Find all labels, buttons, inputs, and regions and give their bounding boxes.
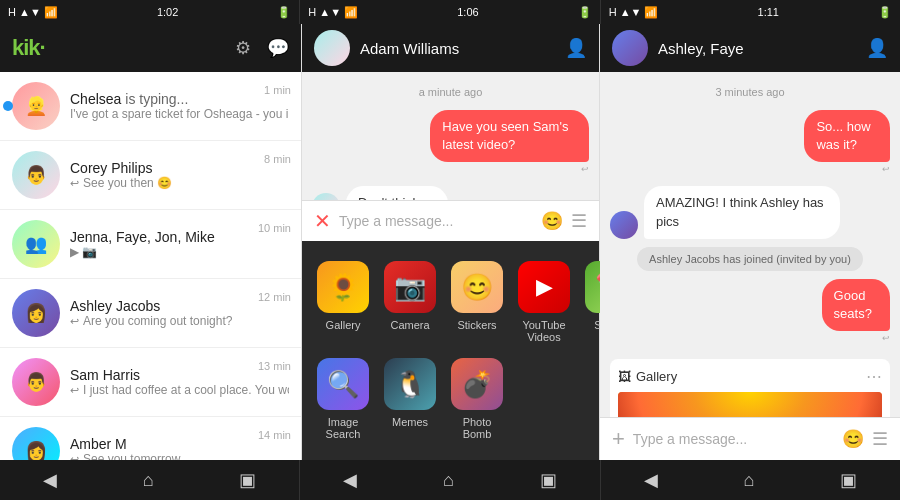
contact-name-chelsea: Chelsea is typing... (70, 91, 289, 107)
chat-avatar-adam (314, 30, 350, 66)
app-grid: 🌻 Gallery 📷 Camera 😊 Stickers ▶ YouTube … (317, 261, 584, 440)
chat-header-ashley: Ashley, Faye 👤 (600, 24, 900, 72)
camera-icon: 📷 (384, 261, 436, 313)
chat-people-icon-ashley[interactable]: 👤 (866, 37, 888, 59)
contact-item-amber[interactable]: 👩 Amber M ↩ See you tomorrow 14 min (0, 417, 301, 460)
status-bars: H ▲▼ 📶 1:02 🔋 H ▲▼ 📶 1:06 🔋 H ▲▼ 📶 1:11 … (0, 0, 900, 24)
avatar-sam: 👨 (12, 358, 60, 406)
msg-status-a1: ↩ (882, 164, 890, 174)
panel3-input-area: + 😊 ☰ (600, 417, 900, 460)
contact-name-corey: Corey Philips (70, 160, 289, 176)
back-button-3[interactable]: ◀ (632, 465, 670, 495)
recent-button-2[interactable]: ▣ (528, 465, 569, 495)
contact-info-corey: Corey Philips ↩ See you then 😊 (70, 160, 289, 190)
contact-preview-jenna-group: ▶ 📷 (70, 245, 289, 259)
contact-time-amber: 14 min (258, 429, 291, 441)
signal-2: H ▲▼ 📶 (308, 6, 358, 19)
contact-preview-chelsea: I've got a spare ticket for Osheaga - yo… (70, 107, 289, 121)
contact-item-corey[interactable]: 👨 Corey Philips ↩ See you then 😊 8 min (0, 141, 301, 210)
emoji-icon[interactable]: 😊 (541, 210, 563, 232)
home-button-3[interactable]: ⌂ (731, 466, 766, 495)
unread-dot (3, 101, 13, 111)
time-1: 1:02 (157, 6, 178, 18)
contact-preview-amber: ↩ See you tomorrow (70, 452, 289, 460)
recent-button-1[interactable]: ▣ (227, 465, 268, 495)
home-button-1[interactable]: ⌂ (131, 466, 166, 495)
contact-preview-corey: ↩ See you then 😊 (70, 176, 289, 190)
gallery-card: 🖼 Gallery ⋯ (610, 359, 890, 417)
app-camera[interactable]: 📷 Camera (384, 261, 436, 343)
chat-people-icon[interactable]: 👤 (565, 37, 587, 59)
chat-messages-adam: a minute ago Have you seen Sam's latest … (302, 72, 599, 200)
msg-bubble-2: Don't think so (346, 186, 448, 200)
gallery-card-header: 🖼 Gallery ⋯ (618, 367, 882, 386)
msg-row-1: Have you seen Sam's latest video? ↩ (312, 110, 589, 178)
share-icon[interactable]: ⋯ (866, 367, 882, 386)
attach-icon[interactable]: ☰ (571, 210, 587, 232)
contact-item-chelsea[interactable]: 👱 Chelsea is typing... I've got a spare … (0, 72, 301, 141)
contact-name-ashley: Ashley Jacobs (70, 298, 289, 314)
youtube-label: YouTube Videos (518, 319, 570, 343)
app-gallery[interactable]: 🌻 Gallery (317, 261, 369, 343)
contact-time-jenna-group: 10 min (258, 222, 291, 234)
settings-icon[interactable]: ⚙ (235, 37, 251, 59)
status-bar-2: H ▲▼ 📶 1:06 🔋 (300, 0, 600, 24)
avatar-jenna-group: 👥 (12, 220, 60, 268)
contact-name-sam: Sam Harris (70, 367, 289, 383)
main-content: kik· ⚙ 💬 👱 Chelsea is typing... I've got… (0, 24, 900, 460)
home-button-2[interactable]: ⌂ (431, 466, 466, 495)
image-search-label: Image Search (317, 416, 369, 440)
msg-row-a2: AMAZING! I think Ashley has pics (610, 186, 890, 238)
contact-item-jenna-group[interactable]: 👥 Jenna, Faye, Jon, Mike ▶ 📷 10 min (0, 210, 301, 279)
chat-input-area: ✕ 😊 ☰ (302, 200, 599, 241)
msg-bubble-a1: So... how was it? (804, 110, 890, 162)
contact-list: 👱 Chelsea is typing... I've got a spare … (0, 72, 301, 460)
contact-info-ashley: Ashley Jacobs ↩ Are you coming out tonig… (70, 298, 289, 328)
msg-row-a3: Good seats? ↩ (610, 279, 890, 347)
contacts-panel: kik· ⚙ 💬 👱 Chelsea is typing... I've got… (0, 24, 302, 460)
app-image-search[interactable]: 🔍 Image Search (317, 358, 369, 440)
add-content-icon[interactable]: + (612, 426, 625, 452)
msg-avatar-adam (312, 193, 340, 200)
emoji-icon-ashley[interactable]: 😊 (842, 428, 864, 450)
msg-bubble-a3: Good seats? (822, 279, 890, 331)
msg-bubble-a2: AMAZING! I think Ashley has pics (644, 186, 840, 238)
image-search-icon: 🔍 (317, 358, 369, 410)
compose-icon[interactable]: 💬 (267, 37, 289, 59)
contact-item-ashley[interactable]: 👩 Ashley Jacobs ↩ Are you coming out ton… (0, 279, 301, 348)
app-picker: 🌻 Gallery 📷 Camera 😊 Stickers ▶ YouTube … (302, 241, 599, 460)
msg-row-2: Don't think so (312, 186, 589, 200)
back-button-1[interactable]: ◀ (31, 465, 69, 495)
attach-icon-ashley[interactable]: ☰ (872, 428, 888, 450)
contact-info-amber: Amber M ↩ See you tomorrow (70, 436, 289, 460)
contact-time-ashley: 12 min (258, 291, 291, 303)
gallery-label: Gallery (326, 319, 361, 331)
chat-panel-adam: Adam Williams 👤 a minute ago Have you se… (302, 24, 600, 460)
contact-time-sam: 13 min (258, 360, 291, 372)
app-memes[interactable]: 🐧 Memes (384, 358, 436, 440)
app-youtube[interactable]: ▶ YouTube Videos (518, 261, 570, 343)
contact-time-corey: 8 min (264, 153, 291, 165)
msg-bubble-1: Have you seen Sam's latest video? (430, 110, 589, 162)
contact-info-sam: Sam Harris ↩ I just had coffee at a cool… (70, 367, 289, 397)
recent-button-3[interactable]: ▣ (828, 465, 869, 495)
chat-input-field[interactable] (339, 213, 533, 229)
status-bar-3: H ▲▼ 📶 1:11 🔋 (601, 0, 900, 24)
contact-name-amber: Amber M (70, 436, 289, 452)
photobomb-icon: 💣 (451, 358, 503, 410)
memes-icon: 🐧 (384, 358, 436, 410)
kik-logo: kik· (12, 35, 45, 61)
panel3-input-field[interactable] (633, 431, 834, 447)
chat-header-adam: Adam Williams 👤 (302, 24, 599, 72)
nav-section-3: ◀ ⌂ ▣ (601, 460, 900, 500)
battery-3: 🔋 (878, 6, 892, 19)
bottom-nav: ◀ ⌂ ▣ ◀ ⌂ ▣ ◀ ⌂ ▣ (0, 460, 900, 500)
back-button-2[interactable]: ◀ (331, 465, 369, 495)
memes-label: Memes (392, 416, 428, 428)
app-stickers[interactable]: 😊 Stickers (451, 261, 503, 343)
contact-info-chelsea: Chelsea is typing... I've got a spare ti… (70, 91, 289, 121)
contact-item-sam[interactable]: 👨 Sam Harris ↩ I just had coffee at a co… (0, 348, 301, 417)
nav-section-1: ◀ ⌂ ▣ (0, 460, 300, 500)
app-photobomb[interactable]: 💣 Photo Bomb (451, 358, 503, 440)
close-picker-icon[interactable]: ✕ (314, 209, 331, 233)
